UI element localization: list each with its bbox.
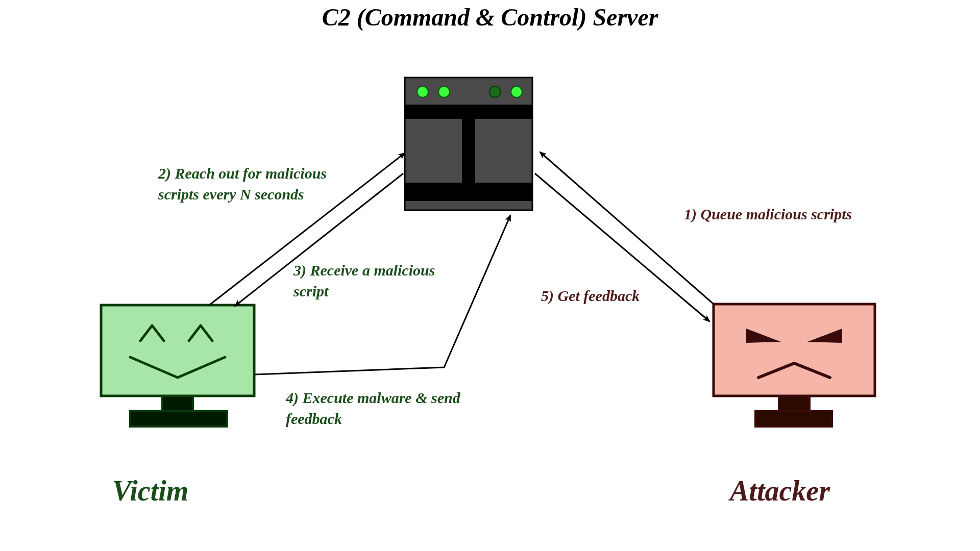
diagram-canvas: C2 (Command & Control) Server 2) Reach o… — [0, 0, 980, 551]
server-icon — [405, 78, 532, 210]
svg-rect-5 — [405, 105, 532, 119]
svg-rect-15 — [755, 411, 832, 427]
svg-point-4 — [511, 86, 522, 97]
victim-monitor-icon — [101, 305, 254, 427]
svg-rect-8 — [101, 305, 254, 396]
arrow-step-5 — [535, 173, 709, 321]
diagram-svg — [0, 0, 980, 551]
svg-point-3 — [489, 86, 501, 97]
svg-rect-10 — [130, 411, 227, 427]
attacker-monitor-icon — [714, 304, 875, 427]
svg-rect-11 — [714, 304, 875, 396]
svg-point-2 — [438, 86, 450, 97]
arrow-step-2 — [209, 153, 405, 305]
svg-rect-6 — [462, 119, 475, 185]
arrow-step-1 — [540, 152, 714, 304]
svg-rect-9 — [162, 396, 193, 411]
svg-rect-7 — [405, 183, 532, 201]
arrow-step-3 — [235, 173, 403, 306]
svg-point-1 — [417, 86, 428, 97]
svg-rect-14 — [779, 396, 810, 411]
